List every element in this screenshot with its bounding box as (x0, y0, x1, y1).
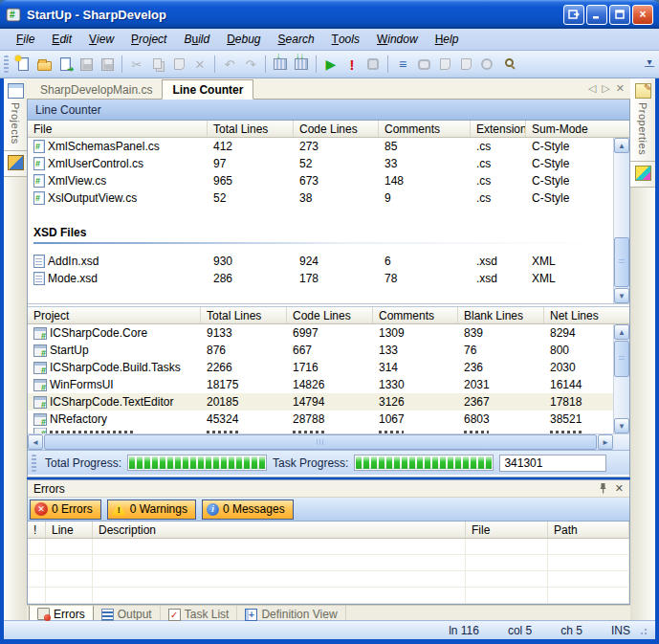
column-header[interactable]: Total Lines (208, 121, 294, 137)
abort-build-icon[interactable]: ! (342, 55, 362, 74)
table-row[interactable]: XmlUserControl.cs 97 52 33 .cs C-Style (28, 155, 613, 172)
note-next-icon[interactable] (456, 55, 475, 74)
vertical-scrollbar[interactable]: ▲ ▼ (613, 138, 629, 303)
menu-window[interactable]: Window (368, 30, 427, 49)
scrollbar-thumb[interactable] (614, 237, 629, 287)
undo-icon[interactable]: ↶ (220, 55, 239, 74)
prev-tab-icon[interactable]: ◁ (588, 82, 596, 95)
column-header[interactable]: Net Lines (544, 307, 613, 323)
close-button[interactable]: × (632, 5, 653, 25)
dock-tab-properties[interactable]: Properties (630, 79, 655, 162)
dock-tab-toolbox[interactable] (630, 162, 655, 188)
table-row[interactable]: WinFormsUI 18175 14826 1330 2031 16144 (28, 376, 613, 393)
column-header[interactable]: Blank Lines (458, 307, 544, 323)
scroll-left-icon[interactable]: ◄ (28, 434, 43, 450)
table-row[interactable]: StartUp 876 667 133 76 800 (28, 342, 613, 359)
column-header[interactable]: Code Lines (287, 307, 373, 323)
column-header[interactable]: Description (93, 522, 466, 538)
close-panel-icon[interactable]: ✕ (615, 482, 624, 495)
warnings-filter-button[interactable]: ! 0 Warnings (107, 500, 196, 520)
open-file-icon[interactable] (34, 55, 54, 74)
column-header[interactable]: Extension (471, 121, 526, 137)
table-row[interactable]: NRefactory 45324 28788 1067 6803 38521 (28, 411, 613, 428)
resize-grip[interactable] (638, 626, 648, 635)
menu-search[interactable]: Search (270, 30, 323, 49)
shape-icon[interactable] (414, 55, 433, 74)
minimize-button[interactable] (586, 5, 607, 25)
toolbar-overflow-button[interactable]: ▾— (645, 60, 655, 68)
next-tab-icon[interactable]: ▷ (602, 82, 609, 95)
scroll-up-icon[interactable]: ▲ (614, 324, 629, 340)
dock-tab-projects[interactable]: Projects (4, 79, 27, 151)
tab-line-counter[interactable]: Line Counter (162, 79, 253, 100)
fullscreen-toggle-button[interactable] (563, 5, 584, 25)
task-list-icon[interactable]: ≡ (393, 55, 412, 74)
search-icon[interactable] (498, 55, 517, 74)
column-header[interactable]: Total Lines (201, 307, 287, 323)
vertical-scrollbar[interactable]: ▲ ▼ (613, 324, 629, 433)
scroll-up-icon[interactable]: ▲ (614, 138, 629, 153)
errors-filter-button[interactable]: ✕ 0 Errors (30, 500, 101, 520)
table-row[interactable]: ICSharpCode.TextEditor 20185 14794 3126 … (28, 393, 613, 411)
scroll-down-icon[interactable]: ▼ (614, 418, 629, 433)
column-header[interactable]: ! (28, 522, 46, 538)
table-row[interactable]: XslOutputView.cs 52 38 9 .cs C-Style (28, 189, 613, 207)
scroll-down-icon[interactable]: ▼ (614, 288, 629, 303)
column-header[interactable]: File (28, 121, 208, 137)
progress-count-field[interactable]: 341301 (499, 455, 606, 472)
column-header[interactable]: File (466, 522, 548, 538)
new-file-icon[interactable] (13, 55, 33, 74)
redo-icon[interactable]: ↷ (241, 55, 260, 74)
cut-icon[interactable]: ✂ (127, 55, 146, 74)
menu-project[interactable]: Project (122, 30, 175, 49)
tab-sharpdevelopmain[interactable]: SharpDevelopMain.cs (31, 80, 162, 99)
scrollbar-thumb[interactable] (44, 434, 597, 450)
table-row[interactable]: AddIn.xsd 930 924 6 .xsd XML (28, 253, 613, 270)
save-all-icon[interactable] (98, 55, 117, 74)
title-bar[interactable]: # StartUp - SharpDevelop × (0, 0, 659, 29)
column-header[interactable]: Comments (373, 307, 458, 323)
table-row[interactable]: ICSharpCode.Core 9133 6997 1309 839 8294 (28, 324, 613, 342)
table-row-clipped[interactable] (28, 428, 613, 433)
menu-build[interactable]: Build (175, 30, 218, 49)
column-header[interactable]: Path (548, 522, 629, 538)
window-controls: × (563, 5, 653, 25)
menu-view[interactable]: View (80, 30, 122, 49)
column-header[interactable]: Sum-Mode (526, 121, 613, 137)
toolbar-grip[interactable] (32, 455, 36, 472)
build-all-icon[interactable] (292, 55, 311, 74)
errors-panel-titlebar[interactable]: Errors ✕ (28, 480, 629, 498)
scroll-right-icon[interactable]: ► (598, 434, 613, 450)
note-previous-icon[interactable] (435, 55, 454, 74)
circle-icon[interactable] (477, 55, 496, 74)
run-icon[interactable]: ▶ (321, 55, 340, 74)
column-header[interactable]: Line (46, 522, 93, 538)
column-header[interactable]: Comments (379, 121, 471, 137)
build-icon[interactable] (271, 55, 290, 74)
column-header[interactable]: Code Lines (294, 121, 379, 137)
save-icon[interactable] (77, 55, 96, 74)
save-as-icon[interactable] (55, 55, 75, 74)
paste-icon[interactable] (169, 55, 188, 74)
table-row[interactable]: Mode.xsd 286 178 78 .xsd XML (28, 270, 613, 287)
table-row[interactable]: XmlSchemasPanel.cs 412 273 85 .cs C-Styl… (28, 138, 613, 155)
copy-icon[interactable] (148, 55, 167, 74)
messages-filter-button[interactable]: i 0 Messages (202, 500, 294, 520)
dock-tab-tools[interactable] (4, 151, 27, 177)
menu-help[interactable]: Help (427, 30, 468, 49)
table-row[interactable]: ICSharpCode.Build.Tasks 2266 1716 314 23… (28, 359, 613, 376)
scrollbar-thumb[interactable] (614, 341, 629, 377)
close-tab-icon[interactable]: ✕ (616, 82, 625, 95)
horizontal-scrollbar[interactable]: ◄ ► (28, 433, 629, 450)
menu-edit[interactable]: Edit (43, 30, 80, 49)
toolbar-grip[interactable] (4, 56, 9, 73)
stop-icon[interactable] (363, 55, 383, 74)
table-row[interactable]: XmlView.cs 965 673 148 .cs C-Style (28, 172, 613, 189)
pin-icon[interactable] (599, 482, 607, 496)
menu-debug[interactable]: Debug (218, 30, 269, 49)
delete-icon[interactable]: ✕ (190, 55, 209, 74)
column-header[interactable]: Project (28, 307, 201, 323)
maximize-button[interactable] (609, 5, 630, 25)
menu-file[interactable]: File (8, 30, 43, 49)
menu-tools[interactable]: Tools (323, 30, 368, 49)
